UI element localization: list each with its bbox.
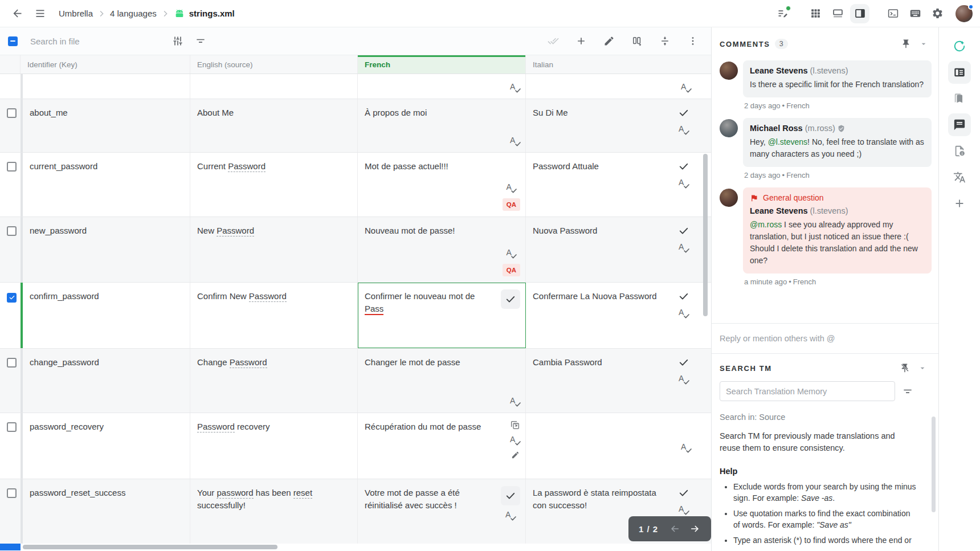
tm-scrollbar-thumb[interactable] — [932, 417, 936, 512]
spellcheck-icon[interactable]: A — [505, 511, 516, 521]
pin-comments-button[interactable] — [901, 39, 911, 49]
unpin-search-tm-button[interactable] — [900, 363, 910, 373]
filter-button[interactable] — [191, 32, 210, 50]
french-cell[interactable]: Nouveau mot de passe!AQA — [358, 217, 526, 282]
collapse-search-tm-button[interactable] — [918, 364, 927, 373]
italian-cell[interactable]: Confermare La Nuova PasswordA — [526, 283, 699, 348]
spellcheck-icon[interactable]: A — [510, 136, 520, 146]
spellcheck-icon[interactable]: A — [679, 505, 689, 515]
spellcheck-icon[interactable]: A — [681, 83, 691, 93]
french-cell[interactable]: Confirmer le nouveau mot de Pass — [358, 283, 526, 348]
qa-badge[interactable]: QA — [503, 198, 520, 211]
collapse-rows-button[interactable] — [656, 32, 674, 50]
spellcheck-icon[interactable]: A — [681, 443, 691, 453]
spellcheck-icon[interactable]: A — [506, 248, 516, 259]
spellcheck-icon[interactable]: A — [506, 183, 516, 193]
row-checkbox[interactable] — [7, 358, 17, 368]
approve-translation-button[interactable] — [676, 289, 691, 303]
comment-author[interactable]: Leane Stevens (l.stevens) — [750, 66, 925, 75]
approve-translation-button[interactable] — [676, 224, 691, 238]
column-header-italian[interactable]: Italian — [526, 55, 699, 74]
comment-author[interactable]: Michael Ross (m.ross) — [750, 124, 925, 133]
avatar[interactable] — [720, 189, 738, 207]
italian-cell[interactable]: A — [526, 74, 699, 99]
approve-translation-button[interactable] — [676, 486, 691, 500]
italian-cell[interactable]: A — [526, 413, 699, 479]
italian-cell[interactable]: Password AttualeA — [526, 153, 699, 217]
edit-translation-icon[interactable] — [511, 451, 520, 459]
comment-author[interactable]: Leane Stevens (l.stevens) — [750, 206, 925, 215]
spellcheck-icon[interactable]: A — [679, 374, 689, 385]
key-cell[interactable]: current_password — [21, 153, 190, 217]
rail-ai-assistant-button[interactable] — [948, 35, 971, 58]
qa-badge[interactable]: QA — [503, 264, 520, 276]
english-cell[interactable]: Change Password — [190, 349, 358, 413]
key-cell[interactable]: password_recovery — [21, 413, 190, 479]
collapse-comments-button[interactable] — [919, 39, 928, 48]
horizontal-scrollbar-thumb[interactable] — [23, 545, 277, 549]
key-cell[interactable] — [21, 74, 190, 99]
approve-translation-button[interactable] — [501, 289, 520, 309]
approve-translation-button[interactable] — [676, 160, 691, 173]
breadcrumb-project[interactable]: Umbrella — [59, 9, 93, 18]
italian-cell[interactable]: Nuova PasswordA — [526, 217, 699, 282]
user-avatar[interactable] — [956, 5, 973, 22]
spellcheck-icon[interactable]: A — [679, 178, 689, 189]
approve-translation-button[interactable] — [676, 106, 691, 120]
avatar[interactable] — [720, 62, 738, 80]
layout-right-button[interactable] — [850, 4, 869, 23]
layout-bottom-button[interactable] — [828, 4, 847, 23]
italian-cell[interactable]: Cambia PasswordA — [526, 349, 699, 413]
rail-reader-panel-button[interactable] — [948, 61, 971, 84]
approve-translation-button[interactable] — [676, 356, 691, 369]
italian-cell[interactable]: Su Di MeA — [526, 99, 699, 152]
spellcheck-icon[interactable]: A — [510, 83, 520, 93]
search-tm-input[interactable] — [720, 381, 895, 401]
keyboard-button[interactable] — [905, 4, 925, 23]
column-header-french[interactable]: French — [358, 55, 526, 74]
search-in-file-input[interactable] — [30, 36, 153, 46]
column-header-english-source[interactable]: English (source) — [190, 55, 358, 74]
key-cell[interactable]: password_reset_success — [21, 479, 190, 546]
breadcrumb-languages[interactable]: 4 languages — [110, 9, 157, 18]
tasks-button[interactable] — [773, 4, 792, 23]
back-button[interactable] — [7, 4, 27, 23]
settings-button[interactable] — [928, 4, 947, 23]
more-vert-button[interactable] — [684, 32, 702, 50]
add-columns-button[interactable] — [628, 32, 646, 50]
rail-comments-button[interactable] — [948, 113, 971, 136]
avatar[interactable] — [720, 119, 738, 137]
row-checkbox[interactable] — [7, 422, 17, 432]
next-page-button[interactable] — [687, 521, 702, 536]
copy-source-icon[interactable] — [510, 420, 520, 430]
tune-filters-button[interactable] — [169, 32, 187, 50]
row-checkbox[interactable] — [7, 162, 17, 172]
french-cell[interactable]: Mot de passe actuel!!!AQA — [358, 153, 526, 217]
column-header-identifier-key[interactable]: Identifier (Key) — [21, 55, 190, 74]
spellcheck-icon[interactable]: A — [510, 435, 520, 446]
row-checkbox[interactable] — [7, 293, 17, 303]
key-cell[interactable]: change_password — [21, 349, 190, 413]
select-all-checkbox[interactable] — [8, 36, 18, 46]
english-cell[interactable]: About Me — [190, 99, 358, 152]
french-cell[interactable]: A — [358, 74, 526, 99]
previous-page-button[interactable] — [668, 521, 683, 536]
rail-translate-button[interactable] — [948, 166, 971, 189]
approve-translation-button[interactable] — [501, 486, 520, 505]
english-cell[interactable]: New Password — [190, 217, 358, 282]
english-cell[interactable]: Password recovery — [190, 413, 358, 479]
vertical-scrollbar-thumb[interactable] — [703, 154, 708, 316]
tm-filter-button[interactable] — [902, 386, 913, 397]
french-cell[interactable]: Changer le mot de passeA — [358, 349, 526, 413]
row-checkbox[interactable] — [7, 226, 17, 236]
add-button[interactable] — [572, 32, 590, 50]
rail-document-info-button[interactable] — [948, 140, 971, 162]
reply-input[interactable] — [720, 334, 930, 343]
row-checkbox[interactable] — [7, 488, 17, 498]
spellcheck-icon[interactable]: A — [679, 243, 689, 253]
done-all-button[interactable] — [544, 32, 562, 50]
rail-add-button[interactable] — [948, 192, 971, 215]
french-cell[interactable]: À propos de moiA — [358, 99, 526, 152]
spellcheck-icon[interactable]: A — [679, 308, 689, 319]
key-cell[interactable]: new_password — [21, 217, 190, 282]
